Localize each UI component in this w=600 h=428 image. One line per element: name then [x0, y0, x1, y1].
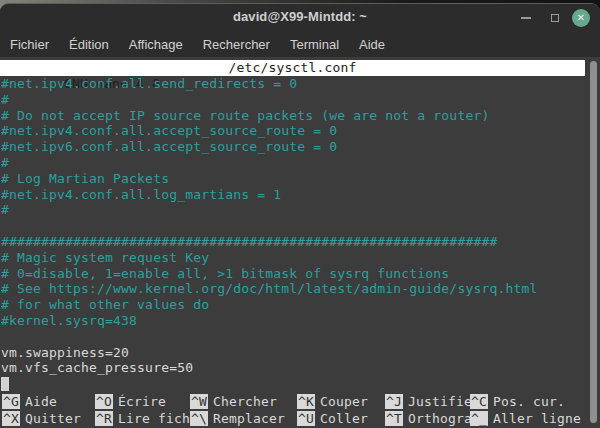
shortcut-key: ^O: [95, 394, 113, 409]
window-title: david@X99-Mintdd: ~: [0, 9, 600, 24]
shortcut-key: ^U: [297, 411, 315, 426]
shortcut-crire: ^OÉcrire: [95, 394, 190, 410]
editor-line: #net.ipv6.conf.all.accept_source_route =…: [1, 139, 586, 155]
editor-line: # for what other values do: [1, 297, 586, 313]
shortcut-coller: ^UColler: [297, 411, 385, 427]
shortcut-key: ^\: [190, 411, 208, 426]
editor-line: # See https://www.kernel.org/doc/html/la…: [1, 281, 586, 297]
shortcut-key: ^K: [297, 394, 315, 409]
shortcut-orthograp: ^TOrthograp.: [385, 411, 470, 427]
editor-line: #: [1, 202, 586, 218]
menu-item-aide[interactable]: Aide: [349, 33, 395, 56]
editor-line: #: [1, 92, 586, 108]
shortcut-quitter: ^XQuitter: [2, 411, 95, 427]
shortcut-key: ^G: [2, 394, 20, 409]
editor-line: [1, 376, 586, 392]
shortcut-label: Pos. cur.: [488, 394, 565, 409]
shortcut-poscur: ^CPos. cur.: [470, 394, 600, 410]
shortcut-key: ^J: [385, 394, 403, 409]
editor-line: # Magic system request Key: [1, 250, 586, 266]
scrollbar-thumb[interactable]: [590, 61, 597, 423]
nano-filename: /etc/sysctl.conf: [0, 60, 585, 76]
shortcut-label: Quitter: [20, 411, 81, 426]
close-icon: ✕: [572, 9, 590, 27]
menu-item-affichage[interactable]: Affichage: [119, 33, 193, 56]
shortcut-couper: ^KCouper: [297, 394, 385, 410]
shortcut-key: ^R: [95, 411, 113, 426]
menu-item-rechercher[interactable]: Rechercher: [193, 33, 280, 56]
shortcut-aide: ^GAide: [2, 394, 95, 410]
editor-line: #net.ipv4.conf.all.send_redirects = 0: [1, 76, 586, 92]
menu-item-dition[interactable]: Édition: [59, 33, 119, 56]
minimize-icon: [521, 17, 531, 19]
shortcut-label: Aller ligne: [488, 411, 581, 426]
editor-line: #net.ipv4.conf.all.log_martians = 1: [1, 187, 586, 203]
shortcut-label: Couper: [315, 394, 368, 409]
shortcut-label: Coller: [315, 411, 368, 426]
maximize-icon: [551, 14, 559, 22]
editor-line: #net.ipv4.conf.all.accept_source_route =…: [1, 123, 586, 139]
shortcut-chercher: ^WChercher: [190, 394, 297, 410]
shortcut-label: Lire fich.: [113, 411, 198, 426]
editor-content[interactable]: #net.ipv4.conf.all.send_redirects = 0## …: [1, 76, 586, 392]
menu-item-fichier[interactable]: Fichier: [0, 33, 59, 56]
nano-header: GNU nano 4.8 /etc/sysctl.conf: [0, 60, 585, 76]
shortcut-label: Chercher: [208, 394, 277, 409]
editor-line: # 0=disable, 1=enable all, >1 bitmask of…: [1, 266, 586, 282]
titlebar[interactable]: david@X99-Mintdd: ~ ✕: [0, 4, 600, 31]
shortcut-key: ^C: [470, 394, 488, 409]
editor-line: [1, 329, 586, 345]
menu-item-terminal[interactable]: Terminal: [280, 33, 349, 56]
editor-line: [1, 218, 586, 234]
terminal-window: david@X99-Mintdd: ~ ✕ FichierÉditionAffi…: [0, 3, 600, 428]
shortcut-key: ^_: [470, 411, 488, 426]
text-cursor: [1, 377, 9, 391]
shortcut-key: ^W: [190, 394, 208, 409]
shortcut-label: Aide: [20, 394, 57, 409]
terminal-screen[interactable]: GNU nano 4.8 /etc/sysctl.conf #net.ipv4.…: [0, 57, 600, 428]
shortcut-justifier: ^JJustifier: [385, 394, 470, 410]
shortcut-key: ^T: [385, 411, 403, 426]
maximize-button[interactable]: [547, 4, 563, 31]
editor-line: vm.vfs_cache_pressure=50: [1, 360, 586, 376]
editor-line: # Log Martian Packets: [1, 171, 586, 187]
shortcut-label: Écrire: [113, 394, 166, 409]
close-button[interactable]: ✕: [570, 4, 592, 31]
shortcut-key: ^X: [2, 411, 20, 426]
minimize-button[interactable]: [518, 4, 534, 31]
shortcut-label: Justifier: [403, 394, 480, 409]
editor-line: #kernel.sysrq=438: [1, 313, 586, 329]
shortcut-bar: ^GAide^XQuitter^OÉcrire^RLire fich.^WChe…: [2, 394, 600, 427]
editor-line: #: [1, 155, 586, 171]
menubar: FichierÉditionAffichageRechercherTermina…: [0, 31, 600, 57]
shortcut-remplacer: ^\Remplacer: [190, 411, 297, 427]
shortcut-label: Remplacer: [208, 411, 285, 426]
shortcut-lirefich: ^RLire fich.: [95, 411, 190, 427]
editor-line: vm.swappiness=20: [1, 345, 586, 361]
shortcut-allerligne: ^_Aller ligne: [470, 411, 600, 427]
editor-line: ########################################…: [1, 234, 586, 250]
editor-line: # Do not accept IP source route packets …: [1, 108, 586, 124]
